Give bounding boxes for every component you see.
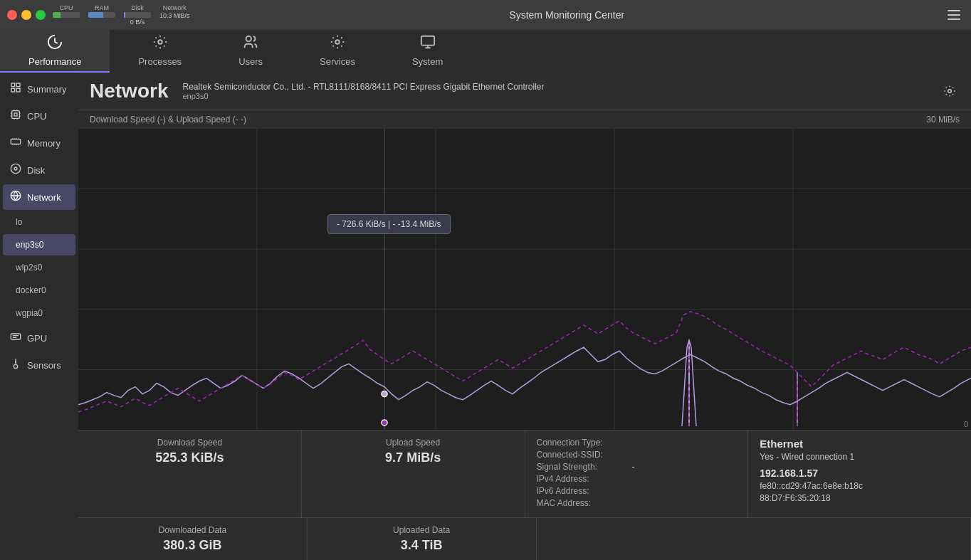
upload-speed-value: 9.7 MiB/s: [385, 450, 441, 465]
chart-header: Download Speed (-) & Upload Speed (- -) …: [78, 110, 971, 129]
tab-users-label: Users: [238, 56, 263, 67]
mini-disk-bar: [124, 12, 151, 18]
content-area: Network Realtek Semiconductor Co., Ltd. …: [78, 73, 971, 560]
sidebar-item-memory[interactable]: Memory: [3, 130, 75, 156]
chart-y-label: Download Speed (-) & Upload Speed (- -): [90, 115, 246, 125]
main-content: Summary CPU Memory Disk Network: [0, 73, 971, 560]
tab-users[interactable]: Users: [210, 30, 291, 73]
memory-icon: [10, 136, 21, 150]
svg-rect-8: [12, 111, 20, 119]
mini-cpu-bar: [53, 12, 80, 18]
ipv4-row: IPv4 Address:: [537, 474, 737, 484]
sidebar-item-gpu[interactable]: GPU: [3, 325, 75, 351]
menu-icon-line2: [948, 14, 960, 16]
mini-stat-network: Network 10.3 MiB/s: [159, 4, 190, 26]
downloaded-data-label: Downloaded Data: [159, 525, 226, 535]
svg-rect-5: [16, 83, 20, 87]
sidebar-item-wgpia0[interactable]: wgpia0: [3, 302, 75, 324]
downloaded-data-value: 380.3 GiB: [163, 538, 221, 553]
settings-button[interactable]: [940, 81, 960, 101]
tab-system[interactable]: System: [384, 30, 471, 73]
sidebar-item-disk[interactable]: Disk: [3, 157, 75, 183]
mini-stat-cpu: CPU: [53, 4, 80, 26]
sidebar-item-docker0[interactable]: docker0: [3, 280, 75, 301]
uploaded-data-label: Uploaded Data: [393, 525, 450, 535]
sidebar-lo-label: lo: [16, 217, 22, 227]
sidebar-wgpia0-label: wgpia0: [16, 308, 43, 318]
sidebar-wlp2s0-label: wlp2s0: [16, 263, 42, 273]
device-iface: enp3s0: [182, 92, 544, 100]
stats-row-2: Downloaded Data 380.3 GiB Uploaded Data …: [78, 517, 971, 560]
connection-type-row: Connection Type:: [537, 438, 737, 448]
ipv6-key: IPv6 Address:: [537, 486, 629, 496]
svg-point-25: [382, 391, 387, 397]
window-controls: [7, 10, 46, 20]
network-icon: [10, 190, 21, 204]
mini-ram-fill: [88, 12, 103, 18]
tab-performance-label: Performance: [28, 56, 81, 67]
mini-network-label: Network: [163, 4, 187, 11]
sidebar-memory-label: Memory: [27, 138, 61, 149]
mini-disk-fill: [124, 12, 125, 18]
uploaded-data-value: 3.4 TiB: [401, 538, 443, 553]
system-icon: [420, 34, 436, 53]
svg-rect-7: [16, 88, 20, 92]
upload-speed-stat: Upload Speed 9.7 MiB/s: [302, 430, 525, 517]
menu-button[interactable]: [944, 5, 964, 25]
connected-ssid-key: Connected-SSID:: [537, 450, 629, 460]
summary-icon: [10, 82, 21, 96]
chart-zero-label: 0: [964, 420, 968, 428]
sidebar-enp3s0-label: enp3s0: [16, 240, 43, 250]
download-speed-stat: Download Speed 525.3 KiB/s: [78, 430, 302, 517]
sidebar-sensors-label: Sensors: [27, 360, 61, 371]
ipv6-display: fe80::cd29:47ac:6e8e:b18c: [760, 481, 960, 491]
connected-ssid-row: Connected-SSID:: [537, 450, 737, 460]
tab-services[interactable]: Services: [291, 30, 384, 73]
minimize-button[interactable]: [21, 10, 31, 20]
menu-icon-line3: [948, 19, 960, 20]
svg-rect-10: [11, 139, 20, 144]
ipv6-row: IPv6 Address:: [537, 486, 737, 496]
svg-point-15: [948, 90, 952, 93]
cpu-icon: [10, 109, 21, 123]
svg-rect-9: [14, 113, 17, 116]
sidebar-item-enp3s0[interactable]: enp3s0: [3, 234, 75, 255]
sidebar-item-sensors[interactable]: Sensors: [3, 352, 75, 378]
mini-stats: CPU RAM Disk 0 B/s Network 10.3 MiB/s: [53, 4, 190, 26]
device-name: Realtek Semiconductor Co., Ltd. - RTL811…: [182, 82, 544, 92]
svg-point-26: [382, 420, 387, 426]
chart-y-max: 30 MiB/s: [926, 115, 960, 125]
disk-icon: [10, 163, 21, 177]
sidebar-cpu-label: CPU: [27, 111, 46, 122]
sidebar-item-wlp2s0[interactable]: wlp2s0: [3, 257, 75, 278]
ipv4-display: 192.168.1.57: [760, 467, 960, 479]
maximize-button[interactable]: [36, 10, 46, 20]
chart-container[interactable]: - 726.6 KiB/s | - -13.4 MiB/s 0: [78, 129, 971, 430]
stats-row-1: Download Speed 525.3 KiB/s Upload Speed …: [78, 430, 971, 517]
conn-status-display: Yes - Wired connection 1: [760, 452, 960, 462]
sidebar-network-label: Network: [27, 192, 61, 203]
sidebar-item-network[interactable]: Network: [3, 184, 75, 210]
conn-type-display: Ethernet: [760, 438, 960, 450]
sidebar-item-summary[interactable]: Summary: [3, 76, 75, 102]
svg-point-12: [14, 167, 17, 170]
content-header: Network Realtek Semiconductor Co., Ltd. …: [78, 73, 971, 110]
tab-processes-label: Processes: [138, 56, 182, 67]
download-speed-value: 525.3 KiB/s: [155, 450, 224, 465]
close-button[interactable]: [7, 10, 17, 20]
signal-strength-val: -: [632, 462, 635, 472]
performance-icon: [47, 34, 63, 53]
sidebar: Summary CPU Memory Disk Network: [0, 73, 78, 560]
titlebar: CPU RAM Disk 0 B/s Network 10.3 MiB/s Sy…: [0, 0, 971, 30]
tab-processes[interactable]: Processes: [110, 30, 210, 73]
downloaded-data-stat: Downloaded Data 380.3 GiB: [78, 518, 308, 560]
connection-type-key: Connection Type:: [537, 438, 629, 448]
tab-bar: Performance Processes Users Services Sys…: [0, 30, 971, 73]
processes-icon: [152, 34, 168, 53]
sidebar-item-lo[interactable]: lo: [3, 211, 75, 233]
mac-display: 88:D7:F6:35:20:18: [760, 493, 960, 503]
right-info-block: Ethernet Yes - Wired connection 1 192.16…: [748, 430, 971, 517]
network-chart: [78, 129, 971, 430]
sidebar-item-cpu[interactable]: CPU: [3, 103, 75, 129]
tab-performance[interactable]: Performance: [0, 30, 110, 73]
